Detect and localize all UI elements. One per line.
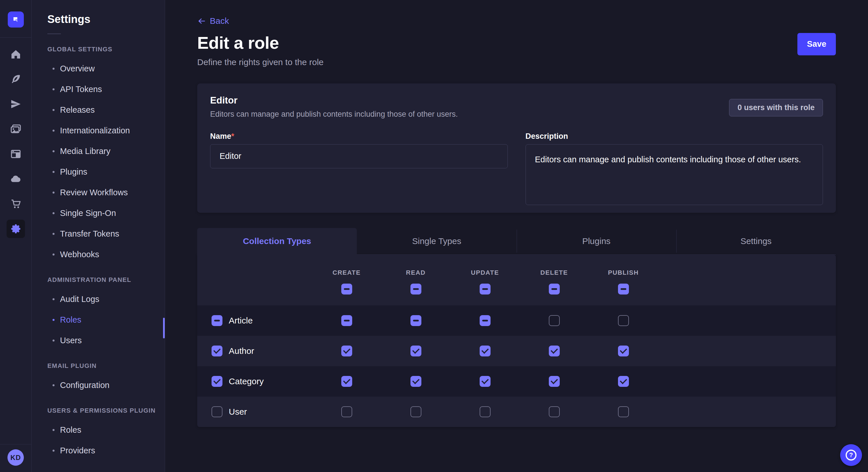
marketplace-icon[interactable]: [7, 195, 25, 213]
tab-settings[interactable]: Settings: [676, 228, 836, 255]
tab-collection-types[interactable]: Collection Types: [197, 228, 357, 255]
cloud-icon[interactable]: [7, 170, 25, 188]
sidebar-item-transfer-tokens[interactable]: Transfer Tokens: [48, 224, 159, 244]
settings-icon[interactable]: [7, 220, 25, 238]
user-publish-checkbox[interactable]: [618, 406, 629, 417]
user-update-checkbox[interactable]: [479, 406, 491, 417]
select-all-publish-checkbox[interactable]: [618, 283, 629, 295]
table-row-article: Article: [197, 305, 836, 336]
bullet-icon: [53, 130, 55, 132]
sidebar-item-releases[interactable]: Releases: [48, 100, 159, 120]
sidebar-item-webhooks[interactable]: Webhooks: [48, 244, 159, 265]
article-publish-checkbox[interactable]: [618, 315, 629, 326]
column-header-publish: Publish: [589, 269, 658, 276]
question-icon: ?: [846, 450, 857, 461]
row-label: Article: [229, 316, 253, 326]
table-row-category: Category: [197, 366, 836, 397]
author-update-checkbox[interactable]: [479, 345, 491, 357]
category-delete-checkbox[interactable]: [549, 376, 560, 387]
sidebar-section: USERS & PERMISSIONS PLUGIN Roles Provide…: [48, 407, 159, 461]
sidebar-item-providers[interactable]: Providers: [48, 440, 159, 461]
users-with-role-badge[interactable]: 0 users with this role: [729, 99, 823, 116]
category-create-checkbox[interactable]: [341, 376, 352, 387]
strapi-logo[interactable]: [8, 11, 24, 28]
media-library-icon[interactable]: [7, 120, 25, 138]
row-name-cell: Category: [197, 376, 312, 387]
content-manager-icon[interactable]: [7, 145, 25, 163]
user-delete-checkbox[interactable]: [549, 406, 560, 417]
user-read-checkbox[interactable]: [410, 406, 422, 417]
rail-footer: KD: [0, 444, 32, 472]
sidebar-item-label: Overview: [60, 64, 95, 73]
back-link[interactable]: Back: [197, 16, 229, 26]
home-icon[interactable]: [7, 45, 25, 63]
select-all-delete-checkbox[interactable]: [549, 283, 560, 295]
description-field-group: Description Editors can manage and publi…: [526, 132, 823, 205]
description-textarea[interactable]: Editors can manage and publish contents …: [526, 144, 823, 205]
row-name-cell: User: [197, 406, 312, 417]
select-row-category-checkbox[interactable]: [212, 376, 222, 387]
sidebar-item-configuration[interactable]: Configuration: [48, 375, 159, 396]
tab-single-types[interactable]: Single Types: [357, 228, 516, 255]
sidebar-item-label: Providers: [60, 446, 95, 456]
sidebar-title-rule: [48, 34, 61, 34]
sidebar-item-api-tokens[interactable]: API Tokens: [48, 79, 159, 100]
sidebar-section: GLOBAL SETTINGS Overview API Tokens Rele…: [48, 45, 159, 265]
tab-label: Collection Types: [243, 236, 311, 246]
select-row-article-checkbox[interactable]: [212, 315, 222, 326]
save-button[interactable]: Save: [797, 33, 836, 55]
user-avatar[interactable]: KD: [7, 449, 24, 466]
sidebar-section-items: Audit Logs Roles Users: [48, 289, 159, 351]
help-button[interactable]: ?: [840, 444, 862, 466]
category-publish-checkbox[interactable]: [618, 376, 629, 387]
sidebar-item-internationalization[interactable]: Internationalization: [48, 120, 159, 141]
sidebar-item-label: Roles: [60, 315, 81, 325]
author-publish-checkbox[interactable]: [618, 345, 629, 357]
sidebar-item-roles[interactable]: Roles: [48, 309, 159, 330]
sidebar-item-users[interactable]: Users: [48, 330, 159, 351]
user-create-checkbox[interactable]: [341, 406, 352, 417]
sidebar-item-audit-logs[interactable]: Audit Logs: [48, 289, 159, 309]
bullet-icon: [53, 212, 55, 214]
sidebar-item-label: Media Library: [60, 146, 111, 156]
sidebar-item-label: Single Sign-On: [60, 208, 116, 218]
sidebar-item-overview[interactable]: Overview: [48, 58, 159, 79]
permissions-panel: Collection Types Single Types Plugins Se…: [197, 228, 836, 427]
content-writer-icon[interactable]: [7, 70, 25, 88]
article-read-checkbox[interactable]: [410, 315, 422, 326]
row-label: User: [229, 407, 247, 417]
category-read-checkbox[interactable]: [410, 376, 422, 387]
sidebar-item-media-library[interactable]: Media Library: [48, 141, 159, 162]
tab-plugins[interactable]: Plugins: [517, 228, 676, 255]
select-row-user-checkbox[interactable]: [212, 406, 222, 417]
sidebar-section: EMAIL PLUGIN Configuration: [48, 362, 159, 396]
role-details-card: Editor Editors can manage and publish co…: [197, 83, 836, 213]
column-labels-row: CreateReadUpdateDeletePublish: [197, 269, 836, 276]
select-all-read-checkbox[interactable]: [410, 283, 422, 295]
sidebar-item-plugins[interactable]: Plugins: [48, 162, 159, 182]
strapi-logo-icon: [11, 15, 20, 24]
sidebar-item-single-sign-on[interactable]: Single Sign-On: [48, 203, 159, 224]
rail-divider: [0, 37, 32, 38]
bullet-icon: [53, 109, 55, 111]
sidebar-item-review-workflows[interactable]: Review Workflows: [48, 182, 159, 203]
page-title: Edit a role: [197, 33, 323, 53]
main-content: Back Edit a role Define the rights given…: [165, 0, 868, 472]
author-read-checkbox[interactable]: [410, 345, 422, 357]
author-delete-checkbox[interactable]: [549, 345, 560, 357]
bullet-icon: [53, 429, 55, 431]
article-update-checkbox[interactable]: [479, 315, 491, 326]
release-icon[interactable]: [7, 95, 25, 113]
article-create-checkbox[interactable]: [341, 315, 352, 326]
select-all-update-checkbox[interactable]: [479, 283, 491, 295]
author-create-checkbox[interactable]: [341, 345, 352, 357]
sidebar-item-roles[interactable]: Roles: [48, 419, 159, 440]
select-row-author-checkbox[interactable]: [212, 345, 222, 357]
tab-label: Single Types: [412, 236, 461, 246]
select-all-create-checkbox[interactable]: [341, 283, 352, 295]
name-field-label: Name*: [210, 132, 234, 140]
name-input[interactable]: [210, 144, 508, 168]
active-item-indicator: [163, 318, 165, 338]
article-delete-checkbox[interactable]: [549, 315, 560, 326]
category-update-checkbox[interactable]: [479, 376, 491, 387]
